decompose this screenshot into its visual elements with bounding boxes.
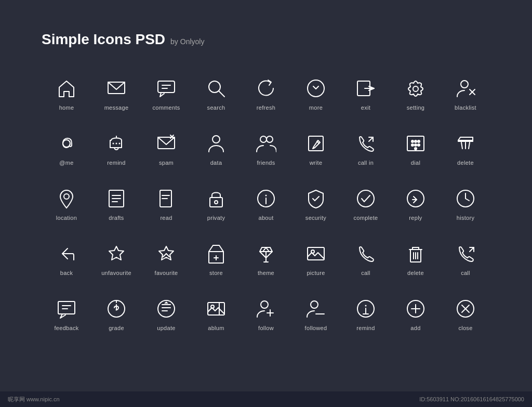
comments-icon	[154, 76, 178, 100]
icon-item-favourite: favourite	[141, 239, 191, 279]
location-label: location	[56, 215, 77, 221]
remind2-icon	[354, 297, 378, 321]
icon-item-unfavourite: unfavourite	[91, 239, 141, 279]
svg-point-95	[365, 305, 367, 307]
search-icon	[204, 76, 228, 100]
svg-point-50	[357, 190, 374, 207]
add-label: add	[410, 325, 420, 331]
icon-row-1: home message	[42, 74, 490, 113]
svg-point-87	[211, 305, 214, 308]
about-icon	[254, 187, 278, 211]
call2-icon	[454, 242, 477, 266]
icon-item-atme: @me	[42, 129, 91, 168]
comments-label: comments	[152, 104, 180, 111]
delete2-icon	[404, 242, 428, 266]
delete-icon	[454, 132, 477, 155]
data-icon	[204, 132, 228, 155]
atme-label: @me	[59, 160, 73, 166]
svg-point-10	[461, 81, 468, 88]
write-icon	[304, 132, 328, 155]
read-icon	[154, 187, 178, 211]
refresh-icon	[254, 76, 278, 100]
icon-item-back: back	[42, 239, 91, 279]
icon-item-home: home	[42, 74, 91, 113]
location-icon	[55, 187, 78, 211]
follow-label: follow	[258, 325, 274, 331]
icon-item-setting: setting	[391, 74, 441, 113]
blacklist-icon	[454, 76, 477, 100]
svg-line-75	[470, 247, 474, 252]
svg-point-92	[311, 301, 318, 308]
remind2-label: remind	[356, 325, 375, 331]
svg-point-24	[411, 140, 414, 142]
icon-item-message: message	[91, 74, 141, 113]
svg-rect-76	[58, 301, 75, 314]
home-label: home	[59, 104, 74, 111]
update-icon	[154, 297, 178, 321]
svg-point-18	[260, 136, 267, 142]
icon-item-delete: delete	[441, 129, 490, 168]
icon-item-theme: theme	[241, 239, 291, 279]
theme-icon	[254, 242, 278, 266]
setting-label: setting	[407, 104, 425, 111]
icon-item-spam: spam	[141, 129, 191, 168]
update-label: update	[157, 325, 175, 331]
icon-item-complete: complete	[341, 184, 391, 224]
privaty-label: privaty	[207, 215, 225, 221]
store-icon	[204, 242, 228, 266]
icon-item-follow: follow	[241, 294, 291, 334]
svg-point-29	[418, 144, 420, 146]
svg-point-46	[265, 195, 267, 196]
icon-item-delete2: delete	[391, 239, 441, 279]
svg-point-28	[415, 144, 417, 146]
icon-item-reply: reply	[391, 184, 441, 224]
ablum-icon	[204, 297, 228, 321]
favourite-label: favourite	[155, 270, 178, 276]
drafts-label: drafts	[109, 215, 124, 221]
back-label: back	[60, 270, 73, 276]
spam-label: spam	[159, 160, 174, 166]
close-icon	[454, 297, 477, 321]
svg-point-19	[267, 136, 273, 142]
svg-point-27	[411, 144, 414, 146]
feedback-label: feedback	[54, 325, 78, 331]
svg-line-57	[166, 254, 169, 257]
more-label: more	[309, 104, 323, 111]
privaty-icon	[204, 187, 228, 211]
complete-icon	[354, 187, 378, 211]
svg-line-22	[369, 137, 373, 141]
write-label: write	[310, 160, 323, 166]
unfavourite-label: unfavourite	[101, 270, 131, 276]
icon-item-picture: picture	[291, 239, 341, 279]
complete-label: complete	[353, 215, 378, 221]
more-icon	[304, 76, 328, 100]
svg-point-69	[311, 250, 314, 253]
icon-item-store: store	[191, 239, 241, 279]
refresh-label: refresh	[257, 104, 275, 111]
icon-item-exit: exit	[341, 74, 391, 113]
feedback-icon	[55, 297, 78, 321]
svg-point-25	[415, 140, 417, 142]
svg-point-26	[418, 140, 420, 142]
callin-label: call in	[358, 160, 374, 166]
about-label: about	[258, 215, 273, 221]
watermark-left: 昵享网 www.nipic.cn	[8, 396, 60, 403]
search-label: search	[207, 104, 225, 111]
icon-item-remind: remind	[91, 129, 141, 168]
svg-point-30	[415, 148, 417, 150]
grade-icon	[104, 297, 128, 321]
icon-item-update: update	[141, 294, 191, 334]
icon-item-callin: call in	[341, 129, 391, 168]
friends-label: friends	[257, 160, 275, 166]
icon-item-grade: grade	[91, 294, 141, 334]
watermark-bar: 昵享网 www.nipic.cn ID:5603911 NO:201606161…	[0, 391, 532, 407]
watermark-right: ID:5603911 NO:20160616164825775000	[419, 396, 524, 402]
call-icon	[354, 242, 378, 266]
icon-item-refresh: refresh	[241, 74, 291, 113]
picture-label: picture	[307, 270, 325, 276]
remind-icon	[104, 132, 128, 155]
icon-item-close: close	[441, 294, 490, 334]
reply-label: reply	[409, 215, 422, 221]
history-icon	[454, 187, 477, 211]
icon-row-3: location drafts	[42, 184, 490, 224]
